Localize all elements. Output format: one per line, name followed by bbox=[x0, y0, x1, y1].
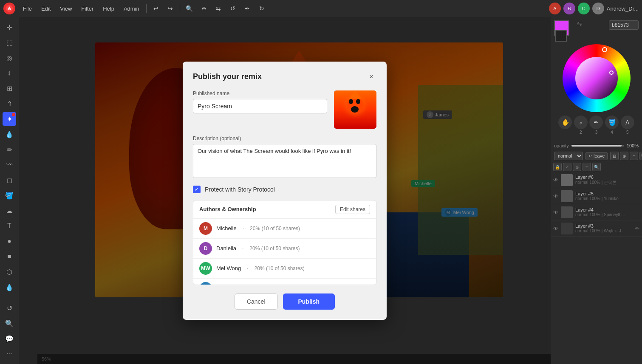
color-wheel-inner-cursor bbox=[609, 71, 614, 75]
author-name-mei-wong: Mei Wong bbox=[216, 265, 241, 271]
blend-action-4[interactable]: 🔍 bbox=[639, 152, 642, 160]
layer-item-5[interactable]: 👁 Layer #5 normal 100% | Yumiiko bbox=[551, 188, 642, 204]
opacity-slider[interactable] bbox=[571, 145, 624, 147]
layer-visibility-5[interactable]: 👁 bbox=[553, 193, 558, 199]
tool-rect[interactable]: ■ bbox=[3, 250, 16, 263]
tool-blend[interactable]: 💧 bbox=[3, 280, 16, 294]
swap-colors-icon[interactable]: ⇆ bbox=[577, 20, 582, 27]
brush-tool-2[interactable]: ⬦ 2 bbox=[574, 116, 588, 135]
hand-icon: 🖐 bbox=[558, 116, 572, 129]
zoom-in-button[interactable]: 🔍 bbox=[183, 3, 196, 14]
menu-edit[interactable]: Edit bbox=[37, 4, 55, 14]
hex-color-input[interactable] bbox=[609, 20, 639, 30]
layer-visibility-4[interactable]: 👁 bbox=[553, 209, 558, 215]
pen-tool-button[interactable]: ✒ bbox=[240, 3, 254, 14]
tool-more[interactable]: ··· bbox=[3, 347, 16, 361]
color-wheel[interactable] bbox=[563, 44, 631, 112]
layer-visibility-3[interactable]: 👁 bbox=[553, 226, 558, 231]
author-item-daniella: D Daniella · 20% (10 of 50 shares) bbox=[193, 239, 376, 259]
tool-fill[interactable]: 🪣 bbox=[3, 189, 16, 202]
tool-erase[interactable]: ◻ bbox=[3, 173, 16, 187]
collab-avatar-2: B bbox=[563, 3, 575, 14]
current-user-label: Andrew_Dr... bbox=[607, 6, 639, 12]
author-avatar-michelle: M bbox=[199, 222, 212, 235]
layer-ctrl-3[interactable]: ⊕ bbox=[573, 163, 581, 171]
brush-tool-4[interactable]: 🪣 4 bbox=[605, 116, 619, 135]
collab-avatar-1: A bbox=[549, 3, 561, 14]
opacity-row: opacity 100% bbox=[551, 141, 642, 150]
blend-action-1[interactable]: ⊟ bbox=[610, 152, 619, 160]
layer-item-4[interactable]: 👁 Layer #4 normal 100% | Spaceyth... bbox=[551, 204, 642, 220]
menu-view[interactable]: View bbox=[56, 4, 76, 14]
story-protocol-checkbox[interactable]: ✓ bbox=[193, 186, 201, 193]
tool-text[interactable]: T bbox=[3, 219, 16, 233]
menu-filter[interactable]: Filter bbox=[77, 4, 98, 14]
redo2-button[interactable]: ↻ bbox=[255, 3, 269, 14]
brush3-icon: ✒ bbox=[589, 116, 603, 129]
color-wheel-gradient[interactable] bbox=[575, 57, 618, 99]
brush5-icon: A bbox=[621, 116, 634, 129]
layer-ctrl-2[interactable]: ✓ bbox=[563, 163, 571, 171]
blend-actions: ⊟ ⊕ ≡ 🔍 bbox=[610, 152, 642, 160]
tool-brush[interactable]: 〰 bbox=[3, 158, 16, 172]
tool-stamp[interactable]: ⬡ bbox=[3, 265, 16, 279]
rotate-left-button[interactable]: ↺ bbox=[226, 3, 240, 14]
description-textarea[interactable]: Our vision of what The Scream would look… bbox=[193, 144, 376, 178]
blend-leave-button[interactable]: ↩ leave bbox=[585, 152, 608, 160]
brush-tool-3[interactable]: ✒ 3 bbox=[589, 116, 603, 135]
blend-mode-select[interactable]: normal multiply screen bbox=[554, 152, 583, 160]
author-shares-daniella-val: 20% (10 of 50 shares) bbox=[249, 245, 300, 251]
tool-upload[interactable]: ⇑ bbox=[3, 97, 16, 110]
tool-crop[interactable]: ⊞ bbox=[3, 82, 16, 95]
app-logo bbox=[3, 3, 15, 14]
layer-item-3[interactable]: 👁 Layer #3 normal 100% | Wojtek_J... ✏ bbox=[551, 220, 642, 237]
menu-admin[interactable]: Admin bbox=[119, 4, 144, 14]
tool-shapes[interactable]: ● bbox=[3, 234, 16, 248]
layer-item-6[interactable]: 👁 Layer #6 normal 100% | 근목론 bbox=[551, 172, 642, 188]
cancel-button[interactable]: Cancel bbox=[235, 293, 278, 310]
menu-help[interactable]: Help bbox=[99, 4, 119, 14]
tool-select[interactable]: ⬚ bbox=[3, 36, 16, 49]
swap-button[interactable]: ⇆ bbox=[212, 3, 225, 14]
redo-button[interactable]: ↪ bbox=[164, 3, 177, 14]
author-shares-daniella: · bbox=[242, 245, 243, 251]
tool-move[interactable]: ✛ bbox=[3, 20, 16, 34]
published-name-input[interactable] bbox=[193, 99, 327, 113]
zoom-out-button[interactable]: ⊖ bbox=[197, 3, 211, 14]
layer-edit-3[interactable]: ✏ bbox=[635, 226, 639, 231]
edit-shares-button[interactable]: Edit shares bbox=[335, 205, 370, 214]
blend-action-3[interactable]: ≡ bbox=[630, 152, 638, 160]
tool-lasso[interactable]: ◎ bbox=[3, 51, 16, 65]
tool-ai[interactable]: ✦ bbox=[3, 112, 16, 126]
tool-undo[interactable]: ↺ bbox=[3, 301, 16, 315]
secondary-color-swatch[interactable] bbox=[555, 30, 567, 42]
authors-box: Authors & Ownership Edit shares M Michel… bbox=[193, 200, 376, 285]
tool-transform[interactable]: ↕ bbox=[3, 66, 16, 80]
modal-close-button[interactable]: × bbox=[366, 72, 376, 82]
tool-pencil[interactable]: ✏ bbox=[3, 143, 16, 156]
opacity-value: 100% bbox=[627, 143, 639, 148]
menu-file[interactable]: File bbox=[19, 4, 36, 14]
brush-tool-5[interactable]: A 5 bbox=[621, 116, 634, 135]
publish-button[interactable]: Publish bbox=[283, 293, 335, 310]
tool-chat[interactable]: 💬 bbox=[3, 332, 16, 345]
tool-search[interactable]: 🔍 bbox=[3, 316, 16, 330]
layer-ctrl-5[interactable]: 🔍 bbox=[592, 163, 601, 171]
author-avatar-mei-wong: MW bbox=[199, 262, 212, 275]
brush-tool-hand[interactable]: 🖐 bbox=[558, 116, 572, 135]
tool-eyedropper[interactable]: 💧 bbox=[3, 127, 16, 141]
brush4-num: 4 bbox=[611, 130, 613, 135]
modal-footer: Cancel Publish bbox=[193, 293, 376, 310]
layer-info-6: Layer #6 normal 100% | 근목론 bbox=[575, 175, 639, 186]
layer-lock-button[interactable]: 🔒 bbox=[553, 163, 562, 171]
menu-bar-right: A B C D Andrew_Dr... bbox=[549, 3, 639, 14]
blend-action-2[interactable]: ⊕ bbox=[620, 152, 628, 160]
undo-button[interactable]: ↩ bbox=[149, 3, 163, 14]
tool-smudge[interactable]: ☁ bbox=[3, 204, 16, 217]
layer-ctrl-4[interactable]: ≡ bbox=[583, 163, 591, 171]
layer-meta-4: normal 100% | Spaceyth... bbox=[575, 212, 639, 217]
layer-visibility-6[interactable]: 👁 bbox=[553, 177, 558, 183]
layer-info-3: Layer #3 normal 100% | Wojtek_J... bbox=[575, 223, 633, 233]
publish-modal: Publish your remix × Published name bbox=[183, 62, 387, 320]
right-panel: ⇆ 🖐 ⬦ 2 ✒ 3 🪣 4 bbox=[551, 17, 642, 364]
